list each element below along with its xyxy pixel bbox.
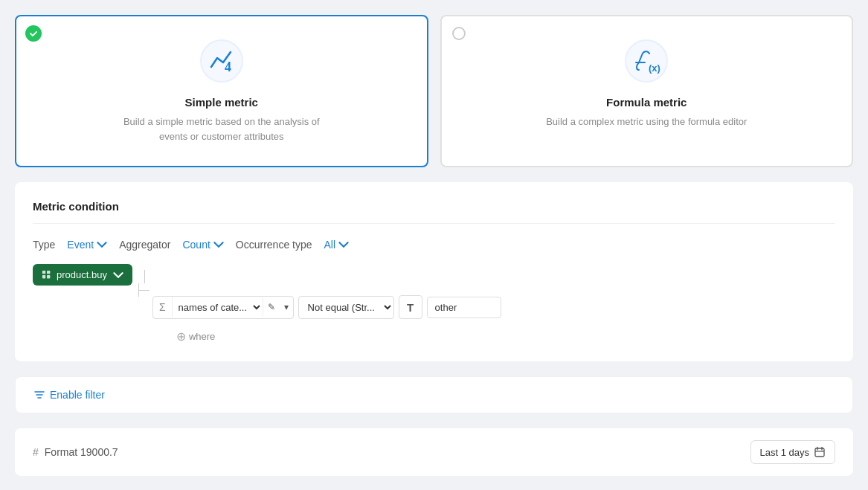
formula-metric-icon: (x) <box>624 39 669 86</box>
event-chevron-icon <box>113 270 123 280</box>
aggregator-label: Aggregator <box>119 239 170 251</box>
names-chevron-icon[interactable]: ▾ <box>280 297 293 317</box>
simple-metric-title: Simple metric <box>185 96 258 109</box>
svg-rect-5 <box>42 270 45 273</box>
plus-circle-icon: ⊕ <box>176 329 186 344</box>
filter-builder-group: product.buy Σ names of cate... ✎ <box>33 264 835 344</box>
add-where-button[interactable]: ⊕ where <box>176 329 215 344</box>
aggregator-chevron-icon <box>213 239 224 250</box>
filter-inputs-row: Σ names of cate... ✎ ▾ Not equal (Str...… <box>152 295 501 319</box>
footer-bar: # Format 19000.7 Last 1 days <box>15 428 853 476</box>
format-value: Format 19000.7 <box>45 446 118 458</box>
occurrence-label: Occurrence type <box>236 239 312 251</box>
svg-text:(x): (x) <box>649 62 660 74</box>
occurrence-chevron-icon <box>338 239 349 250</box>
event-grid-icon <box>42 270 52 280</box>
calendar-icon <box>814 446 826 458</box>
format-label-group: # Format 19000.7 <box>33 446 118 458</box>
horiz-line <box>138 283 150 297</box>
svg-rect-6 <box>47 270 50 273</box>
formula-metric-desc: Build a complex metric using the formula… <box>546 115 747 129</box>
formula-metric-card[interactable]: (x) Formula metric Build a complex metri… <box>440 15 854 167</box>
selected-check-badge <box>25 25 42 42</box>
horiz-line-seg <box>139 290 150 291</box>
svg-rect-12 <box>815 448 824 457</box>
connector <box>138 264 150 297</box>
event-selector-button[interactable]: product.buy <box>33 264 132 286</box>
enable-filter-button[interactable]: Enable filter <box>33 389 105 401</box>
formula-metric-title: Formula metric <box>606 96 687 109</box>
type-label: Type <box>33 239 55 251</box>
where-row: ⊕ where <box>152 329 501 344</box>
svg-text:4: 4 <box>225 59 231 74</box>
svg-rect-7 <box>42 275 45 278</box>
simple-metric-desc: Build a simple metric based on the analy… <box>123 115 320 144</box>
simple-metric-card[interactable]: 4 Simple metric Build a simple metric ba… <box>15 15 428 167</box>
metric-condition-section: Metric condition Type Event Aggregator C… <box>15 182 853 361</box>
last-days-button[interactable]: Last 1 days <box>750 440 836 464</box>
type-dropdown[interactable]: Event <box>67 239 107 251</box>
check-icon <box>29 29 38 38</box>
radio-indicator <box>452 27 466 40</box>
filter-inputs-column: Σ names of cate... ✎ ▾ Not equal (Str...… <box>152 264 501 344</box>
simple-metric-icon: 4 <box>199 39 244 86</box>
condition-controls-row: Type Event Aggregator Count Occurrence t… <box>33 239 835 251</box>
occurrence-dropdown[interactable]: All <box>324 239 350 251</box>
svg-point-2 <box>626 40 667 82</box>
vert-line-top <box>144 270 145 283</box>
names-select[interactable]: names of cate... <box>173 297 263 318</box>
type-chevron-icon <box>97 239 107 250</box>
sigma-icon: Σ <box>153 297 173 317</box>
aggregator-dropdown[interactable]: Count <box>182 239 223 251</box>
edit-icon[interactable]: ✎ <box>263 297 280 317</box>
filter-value-input[interactable] <box>427 297 501 318</box>
metric-type-cards: 4 Simple metric Build a simple metric ba… <box>15 15 853 167</box>
enable-filter-bar: Enable filter <box>15 376 853 413</box>
hash-icon: # <box>33 446 39 458</box>
condition-select[interactable]: Not equal (Str... <box>298 296 394 319</box>
type-T-button[interactable]: T <box>399 295 422 319</box>
names-select-wrapper[interactable]: Σ names of cate... ✎ ▾ <box>152 296 294 319</box>
svg-rect-8 <box>47 275 50 278</box>
filter-icon <box>33 389 45 401</box>
section-title: Metric condition <box>33 200 835 224</box>
